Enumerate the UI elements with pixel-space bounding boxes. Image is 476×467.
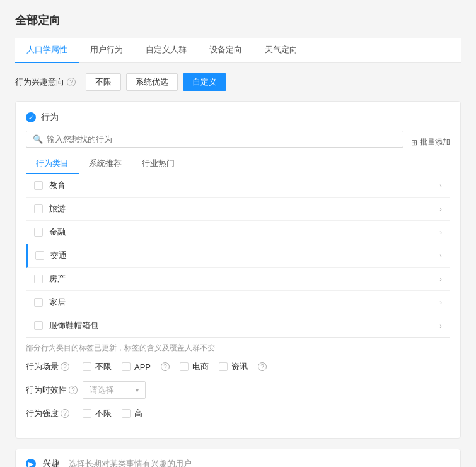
checkbox-scene-unlimited[interactable] (83, 362, 91, 371)
checkbox-transport[interactable] (35, 251, 44, 260)
behavior-strength-options: 不限 高 (83, 408, 142, 419)
behavior-interest-tooltip[interactable]: ? (67, 78, 76, 86)
behavior-timeliness-label: 行为时效性 ? (26, 384, 83, 396)
tab-weather-targeting[interactable]: 天气定向 (253, 38, 309, 63)
checkbox-scene-app[interactable] (122, 362, 131, 371)
sub-tab-category[interactable]: 行为类目 (26, 154, 79, 174)
category-item-realestate[interactable]: 房产 › (26, 268, 450, 291)
category-note: 部分行为类目的标签已更新，标签的含义及覆盖人群不变 (26, 343, 450, 353)
behavior-strength-row: 行为强度 ? 不限 高 (26, 408, 450, 419)
behavior-interest-options: 不限 系统优选 自定义 (86, 73, 226, 91)
batch-add-button[interactable]: ⊞ 批量添加 (411, 137, 450, 148)
scene-option-unlimited[interactable]: 不限 (83, 361, 112, 372)
checkbox-education[interactable] (34, 181, 43, 190)
scene-news-tooltip[interactable]: ? (258, 362, 267, 371)
behavior-card-title: 行为 (41, 112, 59, 123)
chevron-fashion: › (439, 322, 442, 329)
search-row: 🔍 ⊞ 批量添加 (26, 131, 450, 154)
scene-option-app[interactable]: APP (122, 362, 151, 372)
checkbox-travel[interactable] (34, 204, 43, 213)
timeliness-select[interactable]: 请选择 ▾ (83, 381, 146, 399)
category-item-education[interactable]: 教育 › (26, 174, 450, 198)
tab-device-targeting[interactable]: 设备定向 (198, 38, 253, 63)
scene-option-ecommerce[interactable]: 电商 (180, 361, 209, 372)
timeliness-arrow-icon: ▾ (136, 387, 139, 394)
sub-tabs: 行为类目 系统推荐 行业热门 (26, 154, 450, 174)
behavior-scene-options: 不限 APP ? 电商 资讯 ? (83, 361, 267, 372)
sub-tab-industry-hot[interactable]: 行业热门 (132, 154, 185, 174)
behavior-interest-label: 行为兴趣意向 ? (15, 76, 76, 88)
interest-expand-icon: ▶ (26, 459, 36, 467)
behavior-scene-label: 行为场景 ? (26, 361, 83, 372)
interest-title: 兴趣 (42, 458, 60, 467)
behavior-strength-tooltip[interactable]: ? (61, 409, 69, 418)
search-icon: 🔍 (33, 134, 43, 144)
chevron-travel: › (439, 205, 442, 213)
chevron-finance: › (439, 228, 442, 236)
chevron-realestate: › (439, 275, 442, 283)
behavior-card: ✓ 行为 🔍 ⊞ 批量添加 行为类目 系统推荐 行业热门 教育 › (15, 101, 461, 439)
search-input[interactable] (47, 134, 397, 144)
checkbox-scene-ecommerce[interactable] (180, 362, 189, 371)
strength-option-unlimited[interactable]: 不限 (83, 408, 112, 419)
scene-app-tooltip[interactable]: ? (161, 362, 170, 371)
behavior-interest-row: 行为兴趣意向 ? 不限 系统优选 自定义 (15, 73, 461, 91)
category-item-travel[interactable]: 旅游 › (26, 198, 450, 221)
behavior-strength-label: 行为强度 ? (26, 408, 83, 419)
checkbox-strength-high[interactable] (122, 409, 131, 418)
behavior-scene-row: 行为场景 ? 不限 APP ? 电商 资讯 (26, 361, 450, 372)
checkbox-finance[interactable] (34, 228, 43, 237)
page-title: 全部定向 (15, 13, 461, 28)
checkbox-homedeco[interactable] (34, 298, 43, 307)
interest-section[interactable]: ▶ 兴趣 选择长期对某类事情有兴趣的用户 (15, 449, 461, 467)
tab-demographics[interactable]: 人口学属性 (15, 38, 79, 63)
option-custom[interactable]: 自定义 (183, 73, 226, 91)
behavior-scene-tooltip[interactable]: ? (61, 362, 69, 371)
category-item-fashion[interactable]: 服饰鞋帽箱包 › (26, 314, 450, 337)
strength-option-high[interactable]: 高 (122, 408, 142, 419)
category-item-finance[interactable]: 金融 › (26, 221, 450, 244)
interest-desc: 选择长期对某类事情有兴趣的用户 (69, 458, 192, 467)
behavior-check-icon: ✓ (26, 112, 36, 122)
category-item-homedeco[interactable]: 家居 › (26, 291, 450, 314)
checkbox-fashion[interactable] (34, 321, 43, 330)
category-list: 教育 › 旅游 › 金融 › 交通 › 房产 › (26, 174, 450, 338)
sub-tab-recommended[interactable]: 系统推荐 (79, 154, 132, 174)
batch-add-icon: ⊞ (411, 138, 417, 147)
chevron-education: › (439, 182, 442, 189)
tab-user-behavior[interactable]: 用户行为 (79, 38, 134, 63)
checkbox-scene-news[interactable] (219, 362, 228, 371)
checkbox-strength-unlimited[interactable] (83, 409, 91, 418)
search-bar[interactable]: 🔍 (26, 131, 403, 148)
chevron-homedeco: › (439, 299, 442, 306)
option-system-preferred[interactable]: 系统优选 (126, 73, 178, 91)
chevron-transport: › (439, 252, 442, 259)
tab-custom-audience[interactable]: 自定义人群 (134, 38, 198, 63)
checkbox-realestate[interactable] (34, 275, 43, 283)
option-unlimited[interactable]: 不限 (86, 73, 121, 91)
behavior-card-header: ✓ 行为 (26, 112, 450, 123)
behavior-timeliness-tooltip[interactable]: ? (69, 386, 78, 394)
scene-option-news[interactable]: 资讯 (219, 361, 248, 372)
timeliness-placeholder: 请选择 (90, 384, 131, 396)
behavior-timeliness-row: 行为时效性 ? 请选择 ▾ (26, 381, 450, 399)
tabs-bar: 人口学属性 用户行为 自定义人群 设备定向 天气定向 (15, 38, 461, 63)
category-item-transport[interactable]: 交通 › (26, 244, 450, 268)
